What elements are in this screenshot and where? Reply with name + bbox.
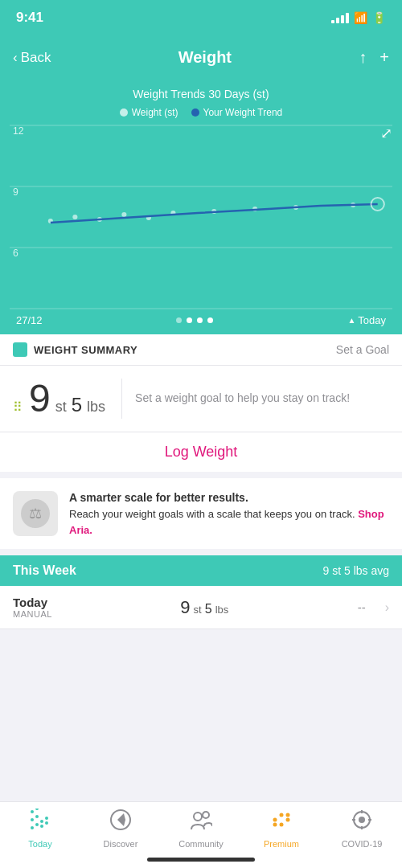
chevron-left-icon: ‹ [13, 50, 18, 66]
chart-dot-4[interactable] [207, 317, 213, 323]
tab-discover-label: Discover [104, 839, 138, 849]
chart-dot-1[interactable] [176, 317, 182, 323]
chart-date-start: 27/12 [16, 314, 43, 326]
svg-point-35 [280, 823, 284, 827]
goal-prompt-text: Set a weight goal to help you stay on tr… [135, 391, 350, 407]
covid-icon [351, 809, 373, 837]
log-weight-lbs: 5 [205, 602, 212, 616]
svg-marker-29 [117, 813, 125, 826]
fitbit-dots-icon: ⠿ [13, 399, 23, 415]
weight-chart-svg: 12 9 6 [10, 125, 392, 309]
wifi-icon: 📶 [354, 11, 367, 24]
tab-today-label: Today [28, 839, 51, 849]
aria-ad-title: A smarter scale for better results. [69, 489, 389, 506]
chart-area: ⤢ 12 9 6 [10, 125, 392, 309]
log-entry-extra: -- [358, 600, 366, 614]
svg-point-26 [31, 810, 34, 813]
premium-icon [270, 809, 293, 837]
tab-covid[interactable]: COVID-19 [322, 809, 402, 849]
svg-text:6: 6 [13, 248, 18, 259]
log-entry-weight-display: 9 st 5 lbs [180, 597, 338, 618]
chart-legend: Weight (st) Your Weight Trend [13, 107, 389, 118]
tab-community-label: Community [178, 839, 224, 849]
log-weight-button[interactable]: Log Weight [0, 432, 402, 478]
svg-point-30 [194, 813, 202, 821]
status-icons: 📶 🔋 [331, 11, 386, 24]
add-button[interactable]: + [379, 48, 389, 67]
status-time: 9:41 [16, 10, 43, 26]
legend-weight-dot [120, 108, 128, 117]
section-title: WEIGHT SUMMARY [34, 344, 137, 356]
aria-ad-text: A smarter scale for better results. Reac… [69, 489, 389, 538]
signal-icon [331, 13, 349, 23]
log-weight-main: 9 [180, 597, 190, 618]
svg-point-34 [286, 818, 290, 822]
weight-main-number: 9 [29, 379, 51, 418]
section-header-left: WEIGHT SUMMARY [13, 342, 137, 357]
this-week-header: This Week 9 st 5 lbs avg [0, 555, 402, 586]
weight-summary-icon [13, 342, 27, 357]
svg-point-18 [31, 826, 34, 829]
tab-community[interactable]: Community [161, 809, 241, 849]
weight-lbs-number: 5 [72, 394, 82, 416]
this-week-avg: 9 st 5 lbs avg [323, 564, 390, 577]
svg-point-10 [121, 212, 126, 217]
log-entry-source: MANUAL [13, 609, 170, 619]
chart-date-end: ▲ Today [347, 314, 386, 326]
aria-scale-image: ⚖ [13, 491, 58, 536]
chart-title: Weight Trends 30 Days (st) [13, 88, 389, 100]
svg-point-21 [45, 817, 48, 820]
page-title: Weight [178, 48, 232, 67]
log-weight-unit-lbs: lbs [215, 604, 229, 616]
community-icon [190, 809, 212, 837]
weight-summary-content: ⠿ 9 st 5 lbs Set a weight goal to help y… [0, 366, 402, 432]
vertical-divider [121, 379, 122, 419]
chart-page-dots [176, 317, 213, 323]
nav-bar: ‹ Back Weight ↑ + [0, 35, 402, 80]
svg-point-22 [31, 818, 34, 821]
svg-point-36 [273, 823, 277, 827]
weight-unit-st: st [55, 399, 67, 416]
legend-weight: Weight (st) [120, 107, 178, 118]
svg-point-33 [280, 813, 284, 817]
log-entry-info: Today MANUAL [13, 596, 170, 619]
back-button[interactable]: ‹ Back [13, 50, 51, 66]
svg-point-37 [286, 813, 290, 817]
chart-container: Weight Trends 30 Days (st) Weight (st) Y… [0, 80, 402, 334]
current-weight-display: ⠿ 9 st 5 lbs [13, 379, 109, 418]
status-bar: 9:41 📶 🔋 [0, 0, 402, 35]
battery-icon: 🔋 [372, 11, 386, 24]
svg-point-32 [273, 818, 277, 822]
tab-premium-label: Premium [264, 839, 299, 849]
svg-point-27 [35, 809, 39, 810]
svg-point-23 [35, 815, 39, 818]
chart-dot-2[interactable] [187, 317, 192, 323]
chevron-right-icon: › [385, 600, 389, 615]
svg-point-31 [203, 812, 209, 818]
svg-point-19 [35, 823, 39, 826]
log-entry-day: Today [13, 596, 170, 609]
tab-today[interactable]: Today [0, 809, 80, 849]
chart-dot-3[interactable] [197, 317, 203, 323]
today-icon [29, 809, 51, 837]
discover-icon [109, 809, 132, 837]
aria-scale-icon: ⚖ [21, 499, 50, 528]
svg-point-24 [40, 825, 43, 828]
log-weight-unit-st: st [194, 604, 202, 616]
tab-discover[interactable]: Discover [80, 809, 161, 849]
aria-ad-card: ⚖ A smarter scale for better results. Re… [0, 478, 402, 555]
home-indicator [147, 858, 255, 862]
tab-covid-label: COVID-19 [342, 839, 383, 849]
svg-point-20 [40, 820, 43, 823]
share-button[interactable]: ↑ [359, 48, 367, 67]
tab-premium[interactable]: Premium [241, 809, 322, 849]
svg-point-25 [45, 821, 48, 825]
aria-ad-body: Reach your weight goals with a scale tha… [69, 508, 358, 520]
log-entry-today[interactable]: Today MANUAL 9 st 5 lbs -- › [0, 586, 402, 629]
weight-summary-header: WEIGHT SUMMARY Set a Goal [0, 334, 402, 366]
set-goal-button[interactable]: Set a Goal [336, 343, 389, 356]
nav-actions: ↑ + [359, 48, 389, 67]
svg-text:9: 9 [13, 186, 18, 198]
legend-trend: Your Weight Trend [191, 107, 283, 118]
expand-chart-button[interactable]: ⤢ [380, 125, 392, 142]
